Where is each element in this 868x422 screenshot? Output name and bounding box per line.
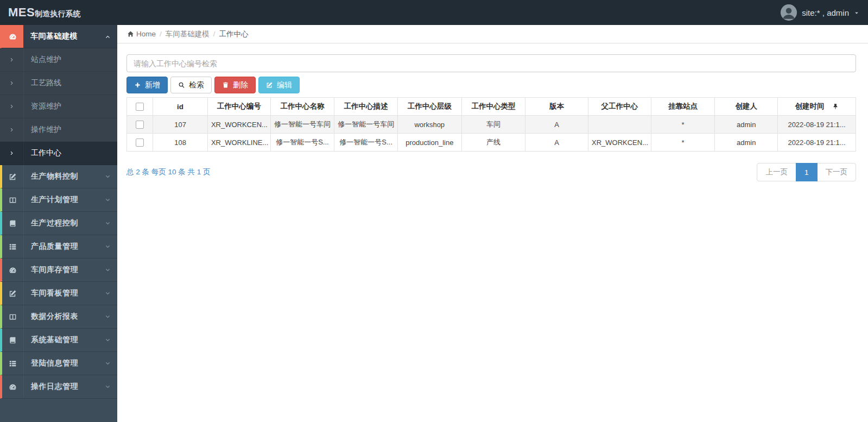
sidebar-item[interactable]: 生产物料控制	[0, 165, 117, 188]
chevron-down-icon	[105, 314, 111, 320]
user-label: site:* , admin	[802, 8, 849, 17]
button-label: 删除	[233, 80, 248, 90]
sidebar-subitem-label: 站点维护	[31, 55, 61, 65]
app-logo[interactable]: MES 制造执行系统	[8, 5, 80, 20]
sidebar-subitem[interactable]: 站点维护	[0, 48, 117, 72]
delete-button[interactable]: 删除	[214, 77, 256, 93]
chevron-right-icon	[0, 48, 24, 71]
next-page-button[interactable]: 下一页	[817, 163, 857, 181]
table-cell: 2022-08-19 21:1...	[778, 134, 856, 152]
select-all-checkbox[interactable]	[136, 103, 144, 111]
chevron-down-icon	[105, 361, 111, 367]
edit-icon	[266, 81, 273, 89]
sidebar-subitem[interactable]: 资源维护	[0, 95, 117, 118]
user-avatar	[781, 4, 797, 21]
sidebar-item-label: 数据分析报表	[31, 312, 78, 322]
sidebar-item[interactable]: 车间库存管理	[0, 259, 117, 282]
breadcrumb: Home /车间基础建模/工作中心	[117, 25, 868, 43]
chevron-down-icon	[105, 197, 111, 203]
column-header-label: 创建时间	[795, 102, 825, 110]
table-cell: 107	[153, 116, 208, 134]
column-header-label: 工作中心编号	[217, 102, 261, 110]
sidebar-subitem[interactable]: 操作维护	[0, 118, 117, 142]
add-button[interactable]: 新增	[126, 77, 168, 93]
trash-icon	[222, 81, 229, 89]
caret-down-icon	[854, 8, 859, 17]
sidebar-item[interactable]: 车间看板管理	[0, 282, 117, 305]
chevron-up-icon	[105, 34, 111, 40]
sidebar-subitem[interactable]: 工艺路线	[0, 72, 117, 95]
sidebar-item[interactable]: 系统基础管理	[0, 329, 117, 352]
prev-page-button[interactable]: 上一页	[757, 163, 796, 181]
sidebar-item[interactable]: 生产过程控制	[0, 212, 117, 235]
sidebar-subitem-label: 资源维护	[31, 102, 61, 111]
breadcrumb-home-label: Home	[136, 30, 156, 38]
main-content: 新增检索删除编辑 id工作中心编号工作中心名称工作中心描述工作中心层级工作中心类…	[117, 43, 868, 422]
sidebar-item-label: 登陆信息管理	[31, 358, 78, 368]
edit-button[interactable]: 编辑	[258, 77, 300, 93]
column-header[interactable]: 工作中心编号	[207, 98, 270, 116]
column-header[interactable]: 版本	[525, 98, 588, 116]
breadcrumb-home[interactable]: Home	[127, 30, 156, 38]
column-header[interactable]: 挂靠站点	[651, 98, 715, 116]
table-row[interactable]: 108XR_WORKLINE...修一智能一号S...修一智能一号S...pro…	[127, 134, 856, 152]
sidebar-subitem-label: 工艺路线	[31, 78, 61, 88]
table-cell: 修一智能一号S...	[270, 134, 334, 152]
dashboard-icon	[2, 375, 24, 398]
sidebar-item[interactable]: 车间基础建模	[0, 25, 117, 48]
table-footer: 总 2 条 每页 10 条 共 1 页 上一页 1 下一页	[126, 163, 856, 181]
logo-text-secondary: 制造执行系统	[35, 9, 80, 19]
button-label: 新增	[145, 80, 160, 90]
table-cell: 修一智能一号S...	[334, 134, 398, 152]
sidebar-item[interactable]: 产品质量管理	[0, 235, 117, 259]
row-checkbox[interactable]	[136, 121, 144, 129]
column-header[interactable]: 创建人	[715, 98, 778, 116]
sidebar-item-label: 产品质量管理	[31, 242, 78, 251]
sidebar-item[interactable]: 登陆信息管理	[0, 352, 117, 375]
book-icon	[2, 329, 24, 351]
sidebar-subitem-label: 操作维护	[31, 125, 61, 135]
breadcrumb-separator: /	[213, 30, 216, 38]
table-cell	[588, 116, 651, 134]
table-cell: workshop	[397, 116, 461, 134]
column-header[interactable]: id	[153, 98, 208, 116]
sidebar-item[interactable]: 操作日志管理	[0, 375, 117, 399]
select-all-header-cell	[127, 98, 153, 116]
chevron-down-icon	[105, 221, 111, 226]
dashboard-icon	[2, 259, 24, 281]
column-header[interactable]: 父工作中心	[588, 98, 651, 116]
table-cell: A	[525, 134, 588, 152]
column-header-label: 创建人	[735, 102, 757, 110]
column-header[interactable]: 工作中心类型	[461, 98, 525, 116]
search-button[interactable]: 检索	[170, 77, 212, 93]
column-header[interactable]: 创建时间	[778, 98, 856, 116]
column-header-label: id	[177, 103, 183, 111]
search-input[interactable]	[126, 54, 856, 72]
column-header[interactable]: 工作中心名称	[270, 98, 334, 116]
page-number-button[interactable]: 1	[796, 163, 818, 181]
sidebar-item-label: 系统基础管理	[31, 335, 78, 345]
sidebar-item-label: 生产物料控制	[31, 172, 78, 181]
table-cell: 车间	[461, 116, 525, 134]
sidebar-item[interactable]: 数据分析报表	[0, 305, 117, 329]
breadcrumb-item[interactable]: 车间基础建模	[166, 30, 210, 38]
logo-text-primary: MES	[8, 5, 35, 20]
sidebar-item[interactable]: 生产计划管理	[0, 188, 117, 212]
toolbar: 新增检索删除编辑	[126, 77, 856, 93]
table-cell: admin	[715, 134, 778, 152]
user-menu[interactable]: site:* , admin	[781, 4, 859, 21]
column-header-label: 挂靠站点	[668, 102, 698, 110]
table-cell: 产线	[461, 134, 525, 152]
sidebar-item-label: 车间基础建模	[30, 32, 78, 41]
column-header[interactable]: 工作中心层级	[397, 98, 461, 116]
table-cell: XR_WORKCEN...	[207, 116, 270, 134]
row-checkbox[interactable]	[136, 138, 144, 147]
work-center-table: id工作中心编号工作中心名称工作中心描述工作中心层级工作中心类型版本父工作中心挂…	[126, 97, 856, 152]
table-cell: production_line	[397, 134, 461, 152]
columns-icon	[2, 188, 24, 211]
table-row[interactable]: 107XR_WORKCEN...修一智能一号车间修一智能一号车间workshop…	[127, 116, 856, 134]
breadcrumb-item: 工作中心	[219, 30, 249, 38]
sidebar-subitem[interactable]: 工作中心	[0, 142, 117, 165]
table-cell: *	[651, 134, 715, 152]
column-header[interactable]: 工作中心描述	[334, 98, 398, 116]
